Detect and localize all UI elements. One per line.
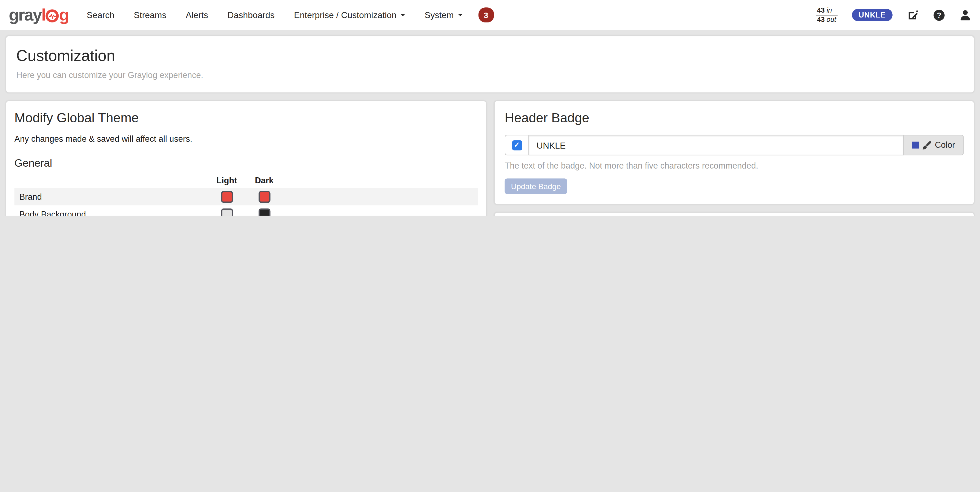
nav-item-label: System [425, 10, 453, 20]
throughput-out-unit: out [827, 15, 836, 24]
logo-text-log: lg [41, 6, 68, 24]
light-color-swatch[interactable] [221, 191, 232, 203]
public-notifications-panel: Public Notifications Create No notificat… [494, 212, 975, 216]
badge-input-group: ✓ Color [505, 135, 964, 156]
badge-color-swatch [912, 142, 919, 149]
theme-section: General Light Dark Brand Body Background… [14, 157, 478, 216]
update-badge-button[interactable]: Update Badge [505, 178, 567, 194]
light-column-header: Light [208, 176, 245, 185]
modify-global-theme-panel: Modify Global Theme Any changes made & s… [6, 100, 487, 216]
badge-help-text: The text of the badge. Not more than fiv… [505, 161, 964, 170]
badge-panel-title: Header Badge [505, 111, 964, 125]
nav-item[interactable]: Dashboards [228, 10, 274, 20]
theme-color-row: Brand [14, 188, 478, 205]
nav-item[interactable]: Alerts [186, 10, 208, 20]
dark-color-swatch[interactable] [258, 208, 270, 216]
page-header-card: Customization Here you can customize you… [6, 36, 975, 93]
throughput-indicator: 43in 43out [816, 6, 837, 24]
badge-color-label: Color [935, 140, 955, 150]
paintbrush-icon [923, 141, 931, 149]
nav-item[interactable]: Enterprise / Customization [294, 10, 405, 20]
theme-color-label: Brand [14, 192, 208, 201]
nav-item-label: Search [87, 10, 115, 20]
theme-color-label: Body Background [14, 209, 208, 216]
badge-enabled-checkbox[interactable]: ✓ [512, 140, 522, 150]
theme-color-row: Body Background [14, 205, 478, 216]
viewport: graylg Search Streams Alerts Dashboards … [0, 0, 980, 216]
navbar: graylg Search Streams Alerts Dashboards … [0, 0, 980, 30]
header-badge-panel: Header Badge ✓ Color [494, 100, 975, 205]
logo-pulse-icon [46, 9, 59, 22]
theme-table-header: Light Dark [14, 173, 478, 188]
nav-item-label: Alerts [186, 10, 208, 20]
theme-panel-description: Any changes made & saved will affect all… [14, 134, 478, 143]
notification-count-badge[interactable]: 3 [478, 7, 494, 22]
chevron-down-icon [400, 14, 405, 16]
dark-color-swatch[interactable] [258, 191, 270, 203]
dark-column-header: Dark [245, 176, 283, 185]
nav-item-label: Streams [134, 10, 166, 20]
nav-item[interactable]: Search [87, 10, 115, 20]
user-icon[interactable] [959, 9, 971, 21]
throughput-in-unit: in [827, 6, 832, 14]
badge-color-button[interactable]: Color [904, 135, 964, 156]
throughput-out-value: 43 [817, 15, 825, 24]
edit-icon[interactable] [907, 9, 919, 21]
badge-text-input[interactable] [528, 135, 904, 156]
graylog-logo[interactable]: graylg [9, 6, 69, 24]
page-subtitle: Here you can customize your Graylog expe… [16, 71, 964, 80]
theme-table-rows: Brand Body Background Content Background… [14, 188, 478, 216]
theme-section-heading: General [14, 157, 478, 170]
nav-item-label: Enterprise / Customization [294, 10, 396, 20]
logo-text-gray: gray [9, 6, 41, 24]
page-title: Customization [16, 47, 964, 65]
chevron-down-icon [457, 14, 462, 16]
nav-item[interactable]: Streams [134, 10, 166, 20]
nav-item[interactable]: System [425, 10, 462, 20]
page-content: Customization Here you can customize you… [0, 30, 980, 216]
throughput-in-value: 43 [817, 6, 825, 14]
nav-item-label: Dashboards [228, 10, 274, 20]
theme-panel-title: Modify Global Theme [14, 111, 478, 125]
badge-checkbox-addon: ✓ [505, 135, 529, 156]
light-color-swatch[interactable] [221, 208, 232, 216]
header-badge: UNKLE [852, 9, 892, 21]
nav-items: Search Streams Alerts Dashboards Enterpr… [87, 10, 463, 20]
navbar-right: 43in 43out UNKLE ? [816, 6, 971, 24]
svg-text:?: ? [937, 11, 941, 19]
help-icon[interactable]: ? [933, 9, 945, 21]
